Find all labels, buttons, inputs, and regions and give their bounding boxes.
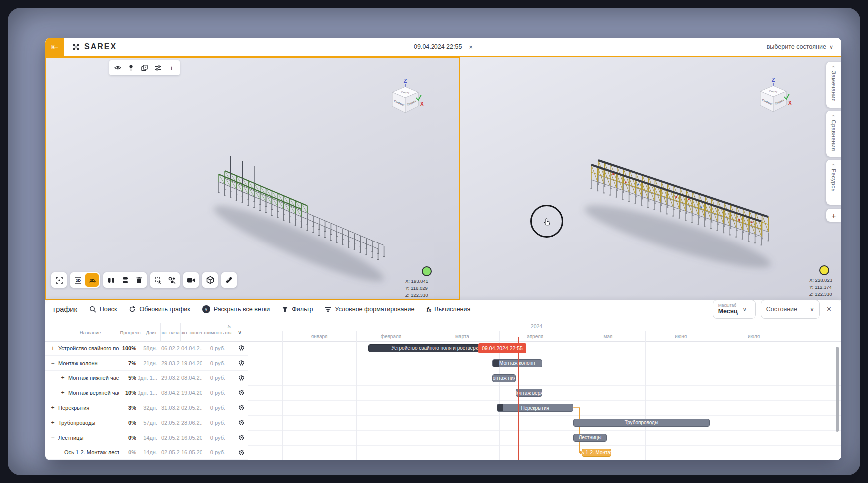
- gantt-bar[interactable]: Монтаж верхн: [516, 389, 542, 397]
- row-expander[interactable]: +: [59, 385, 66, 400]
- table-row[interactable]: +Перекрытия3%32дн.31.03.20...02.05.2...0…: [45, 400, 248, 415]
- timeline-vertical-scrollbar[interactable]: [836, 347, 839, 432]
- task-name: Монтаж верхней части колонн: [68, 385, 119, 400]
- row-expander[interactable]: +: [59, 371, 66, 386]
- gantt-toolbar: график Поиск Обновить график ∨ Раскрыть …: [45, 300, 841, 319]
- task-progress: 0%: [120, 415, 136, 430]
- state-selector-dropdown[interactable]: выберите состояние ∨: [767, 38, 833, 56]
- collapse-panel-button[interactable]: ⇤: [45, 38, 64, 56]
- task-name: Перекрытия: [58, 400, 119, 415]
- coordinates-right: X: 228.823 Y: 112.374 Z: 122.330: [809, 265, 839, 298]
- row-settings-gear-icon[interactable]: [238, 404, 245, 411]
- row-settings-gear-icon[interactable]: [238, 375, 245, 381]
- table-row[interactable]: +Монтаж нижней части колонн5%10дн. 1...2…: [45, 371, 248, 386]
- table-row[interactable]: Ось 1-2. Монтаж лестничног0%14дн.02.05.2…: [45, 445, 248, 460]
- row-settings-gear-icon[interactable]: [238, 419, 245, 426]
- task-cost: 0 руб.: [203, 371, 225, 386]
- row-settings-gear-icon[interactable]: [238, 449, 245, 456]
- gantt-conditional-format-button[interactable]: Условное форматирование: [325, 306, 414, 313]
- gantt-calculations-button[interactable]: fx Вычисления: [426, 306, 470, 313]
- gantt-search-button[interactable]: Поиск: [89, 306, 117, 313]
- task-cost: 0 руб.: [203, 341, 225, 356]
- col-header-fact-start: Факт. начало: [161, 323, 181, 341]
- side-tab-comparisons[interactable]: ‹ Сравнения: [826, 111, 841, 157]
- viewport-left[interactable]: + Z Сверху Спереди Справа X: [45, 57, 460, 300]
- gantt-bar-label: Ось 1-2. Монтаж л: [582, 450, 611, 455]
- task-fact-start: 02.05.2...: [161, 430, 180, 445]
- gantt-expand-all-button[interactable]: ∨ Раскрыть все ветки: [202, 305, 270, 313]
- collapse-columns-chevron[interactable]: ∨: [233, 323, 246, 341]
- task-fact-end: 08.04.2...: [181, 371, 202, 386]
- gantt-filter-button[interactable]: Фильтр: [282, 306, 313, 313]
- gantt-bar-label: Перекрытия: [518, 405, 552, 411]
- row-expander[interactable]: +: [49, 341, 56, 356]
- gantt-bar[interactable]: Трубопроводы: [573, 419, 709, 427]
- add-view-icon[interactable]: +: [165, 62, 178, 74]
- gantt-bar[interactable]: Лестницы: [573, 434, 607, 442]
- table-row[interactable]: −Монтаж колонн7%21дн.29.03.2...19.04.20.…: [45, 356, 248, 371]
- gantt-bar[interactable]: Перекрытия: [497, 404, 573, 412]
- side-tab-resources[interactable]: ‹ Ресурсы: [826, 160, 841, 205]
- gantt-bar[interactable]: Монтаж нижн: [492, 374, 516, 382]
- task-fact-end: 16.05.20...: [181, 430, 202, 445]
- side-tab-add-button[interactable]: +: [826, 209, 841, 222]
- gantt-table: Название Прогресс Длит. Факт. начало Фак…: [45, 322, 248, 460]
- gantt-bar[interactable]: Монтаж колонн: [492, 359, 542, 367]
- side-tab-label: Сравнения: [831, 120, 837, 151]
- task-fact-end: 02.05.2...: [181, 400, 202, 415]
- fit-to-view-icon[interactable]: [52, 273, 66, 287]
- row-settings-gear-icon[interactable]: [238, 360, 245, 366]
- duplicate-view-icon[interactable]: [138, 62, 151, 74]
- row-settings-gear-icon[interactable]: [238, 345, 245, 351]
- model-cube-icon[interactable]: [203, 273, 217, 287]
- viewport-left-top-toolbar: +: [109, 60, 180, 75]
- table-row[interactable]: +Трубопроводы0%57дн.02.05.2...28.06.2...…: [45, 415, 248, 430]
- task-name: Ось 1-2. Монтаж лестничног: [64, 445, 119, 460]
- gantt-refresh-button[interactable]: Обновить график: [129, 306, 190, 313]
- row-settings-gear-icon[interactable]: [238, 389, 245, 396]
- mode-3d-button[interactable]: 3D: [85, 273, 99, 287]
- view-settings-sliders-icon[interactable]: [152, 62, 164, 74]
- camera-view-icon[interactable]: [184, 273, 198, 287]
- cost-fx-badge: fx: [228, 324, 231, 329]
- viewport-left-bottom-toolbar: 2D 3D: [51, 272, 237, 288]
- side-tab-remarks[interactable]: ‹ Замечания: [826, 62, 841, 108]
- section-vertical-icon[interactable]: [104, 273, 118, 287]
- visibility-eye-icon[interactable]: [111, 62, 124, 74]
- table-row[interactable]: +Устройство свайного поля и ростверков10…: [45, 341, 248, 356]
- row-expander[interactable]: +: [49, 400, 56, 415]
- nav-cube-left[interactable]: Z Сверху Спереди Справа X: [387, 77, 425, 121]
- nav-cube-right[interactable]: Z Сверху Спереди Справа X: [755, 76, 793, 120]
- plus-icon: +: [832, 211, 836, 220]
- svg-text:2D: 2D: [75, 278, 80, 283]
- gantt-close-button[interactable]: ×: [825, 305, 833, 314]
- viewport-right[interactable]: Z Сверху Спереди Справа X ‹ Замечания: [460, 57, 841, 300]
- chevron-left-icon: ‹: [831, 66, 837, 68]
- scale-select[interactable]: Масштаб Месяц ∨: [713, 300, 756, 319]
- row-settings-gear-icon[interactable]: [238, 434, 245, 441]
- mode-2d-button[interactable]: 2D: [71, 273, 85, 287]
- row-expander[interactable]: −: [49, 356, 56, 371]
- measure-ruler-icon[interactable]: [222, 273, 236, 287]
- section-horizontal-icon[interactable]: [118, 273, 132, 287]
- table-row[interactable]: −Лестницы0%14дн.02.05.2...16.05.20...0 р…: [45, 430, 248, 445]
- row-expander[interactable]: +: [49, 415, 56, 430]
- task-progress: 10%: [120, 385, 136, 400]
- current-date-marker-chip: 09.04.2024 22:55: [478, 343, 526, 353]
- delete-section-trash-icon[interactable]: [132, 273, 146, 287]
- gantt-bar[interactable]: Ось 1-2. Монтаж л: [582, 449, 611, 457]
- row-expander[interactable]: −: [49, 430, 56, 445]
- timeline-month-label: февраля: [356, 331, 426, 341]
- timeline-month-label: января: [282, 331, 356, 341]
- state-select[interactable]: Состояние ∨: [761, 300, 820, 319]
- state-close-icon[interactable]: ×: [469, 43, 473, 51]
- pin-icon[interactable]: [125, 62, 137, 74]
- select-area-icon[interactable]: [151, 273, 165, 287]
- table-row[interactable]: +Монтаж верхней части колонн10%10дн. 1..…: [45, 385, 248, 400]
- app-logo-text: SAREX: [84, 42, 117, 51]
- chevron-left-icon: ‹: [831, 115, 837, 117]
- select-objects-group-icon[interactable]: [165, 273, 179, 287]
- task-cost: 0 руб.: [203, 445, 225, 460]
- axis-z-label: Z: [404, 78, 407, 84]
- side-tab-label: Ресурсы: [831, 169, 837, 193]
